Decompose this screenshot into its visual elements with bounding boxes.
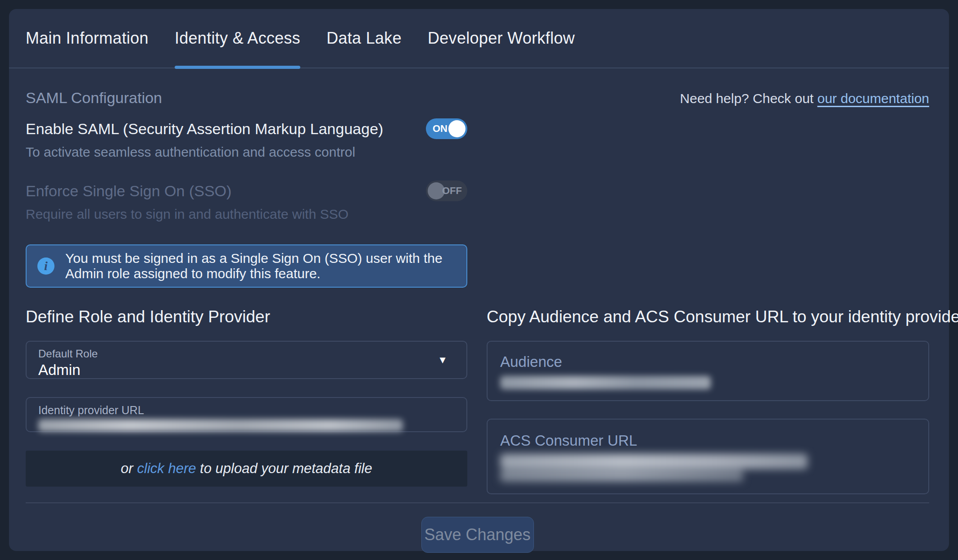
enable-saml-toggle[interactable]: ON [426, 118, 467, 139]
metadata-upload-link[interactable]: click here [137, 461, 196, 476]
default-role-label: Default Role [38, 348, 455, 360]
acs-url-label: ACS Consumer URL [500, 432, 916, 449]
metadata-prefix: or [121, 461, 137, 476]
provider-heading: Define Role and Identity Provider [26, 307, 467, 326]
tab-developer-workflow[interactable]: Developer Workflow [428, 9, 575, 68]
tab-data-lake[interactable]: Data Lake [326, 9, 402, 68]
toggle-state-text: OFF [442, 185, 462, 197]
idp-url-redacted-value [38, 419, 403, 432]
audience-label: Audience [500, 353, 916, 370]
tab-identity-access[interactable]: Identity & Access [175, 9, 300, 68]
info-icon: i [37, 257, 54, 275]
acs-url-field: ACS Consumer URL [487, 419, 929, 494]
enforce-sso-toggle[interactable]: OFF [426, 181, 467, 201]
default-role-value: Admin [38, 361, 455, 379]
enforce-sso-description: Require all users to sign in and authent… [26, 207, 467, 222]
help-prefix: Need help? Check out [680, 91, 817, 106]
enforce-sso-label: Enforce Single Sign On (SSO) [26, 182, 231, 200]
save-changes-button[interactable]: Save Changes [421, 517, 534, 553]
chevron-down-icon: ▼ [438, 354, 447, 366]
toggle-state-text: ON [433, 123, 447, 135]
sso-admin-notice: i You must be signed in as a Single Sign… [26, 244, 467, 288]
audience-redacted-value [500, 376, 711, 389]
documentation-link[interactable]: our documentation [818, 91, 930, 106]
default-role-select[interactable]: Default Role Admin ▼ [26, 341, 467, 379]
idp-url-field[interactable]: Identity provider URL [26, 397, 467, 432]
enable-saml-description: To activate seamless authentication and … [26, 145, 467, 160]
saml-section-title: SAML Configuration [26, 89, 162, 107]
copy-section-heading: Copy Audience and ACS Consumer URL to yo… [487, 307, 929, 326]
metadata-suffix: to upload your metadata file [196, 461, 372, 476]
metadata-upload-area: or click here to upload your metadata fi… [26, 451, 467, 487]
notice-text: You must be signed in as a Single Sign O… [65, 251, 452, 281]
audience-field: Audience [487, 341, 929, 401]
tab-bar: Main Information Identity & Access Data … [9, 9, 949, 68]
idp-url-label: Identity provider URL [38, 404, 455, 417]
tab-main-information[interactable]: Main Information [26, 9, 149, 68]
acs-redacted-value [500, 454, 916, 482]
tab-panel-identity-access: SAML Configuration Need help? Check out … [9, 89, 949, 553]
enable-saml-label: Enable SAML (Security Assertion Markup L… [26, 120, 383, 138]
content-divider [26, 502, 929, 503]
help-text: Need help? Check out our documentation [680, 91, 929, 106]
settings-card: Main Information Identity & Access Data … [9, 9, 949, 551]
toggle-knob [448, 120, 465, 137]
